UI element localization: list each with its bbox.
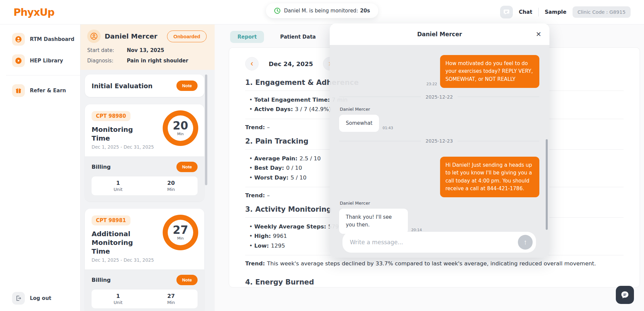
chat-button[interactable]: Chat	[519, 9, 532, 15]
message-time: 20:14	[411, 228, 422, 232]
monitoring-status-pill: Daniel M. is being monitored: 20s	[266, 3, 378, 18]
clinic-code-badge: Clinic Code : G8915	[573, 6, 631, 18]
ring-value: 27	[173, 224, 188, 236]
patient-header: Daniel Mercer Onboarded Start date: Nov …	[80, 24, 215, 70]
cpt-card-98981: CPT 98981 Additional Monitoring Time Dec…	[85, 209, 204, 311]
progress-ring: 20 Min	[163, 110, 198, 146]
diagnosis-value: Pain in right shoulder	[127, 58, 188, 64]
chat-modal-header: Daniel Mercer ✕	[330, 23, 549, 45]
billing-min-label: Min	[145, 187, 198, 192]
billing-min-value: 27	[145, 293, 198, 299]
sample-button[interactable]: Sample	[545, 9, 567, 15]
billing-values: 1 Unit 27 Min	[92, 290, 198, 308]
incoming-message: Daniel Mercer Thank you! I'll see you th…	[339, 200, 539, 234]
billing-note-button[interactable]: Note	[176, 162, 198, 172]
app-logo[interactable]: PhyxUp	[13, 6, 54, 18]
support-chat-widget[interactable]	[616, 286, 634, 304]
prev-date-button[interactable]: ‹	[245, 57, 259, 70]
start-date-label: Start date:	[87, 47, 127, 53]
sidebar-item-label: RTM Dashboard	[30, 36, 74, 42]
patient-avatar	[87, 30, 101, 43]
top-header: PhyxUp Daniel M. is being monitored: 20s…	[0, 0, 644, 24]
send-button[interactable]: ↑	[518, 235, 533, 250]
hep-library-icon	[12, 54, 25, 67]
ring-unit: Min	[177, 132, 184, 136]
billing-min-label: Min	[145, 300, 198, 305]
sidebar-item-refer-earn[interactable]: Refer & Earn	[12, 84, 80, 97]
initial-evaluation-title: Initial Evaluation	[92, 82, 153, 90]
billing-values: 1 Unit 20 Min	[92, 176, 198, 195]
cpt-card-98980: CPT 98980 Monitoring Time Dec 1, 2025 - …	[85, 104, 204, 201]
header-actions: Chat Sample Clinic Code : G8915	[500, 6, 631, 18]
gift-icon	[12, 84, 25, 97]
monitor-time: 20s	[360, 8, 370, 14]
onboarded-status-badge[interactable]: Onboarded	[167, 31, 207, 42]
logout-icon	[12, 292, 25, 305]
outgoing-message: Hi Daniel! Just sending a heads up to le…	[437, 157, 539, 197]
section-title: 4. Energy Burned	[245, 278, 624, 286]
message-bubble: Hi Daniel! Just sending a heads up to le…	[440, 157, 539, 197]
close-icon[interactable]: ✕	[536, 30, 541, 38]
sidebar-item-hep-library[interactable]: HEP Library	[12, 54, 80, 67]
incoming-message: Daniel Mercer Somewhat 01:43	[339, 106, 539, 132]
billing-note-button[interactable]: Note	[176, 275, 198, 285]
patient-panel: Daniel Mercer Onboarded Start date: Nov …	[80, 24, 215, 311]
message-time: 01:43	[382, 126, 393, 130]
app-root: PhyxUp Daniel M. is being monitored: 20s…	[0, 0, 644, 311]
tab-report[interactable]: Report	[230, 31, 264, 43]
chat-widget-icon	[620, 290, 630, 300]
billing-unit-label: Unit	[92, 300, 145, 305]
billing-unit-value: 1	[92, 180, 145, 186]
sidebar-divider	[6, 75, 80, 75]
outgoing-message: 23:22 How motivated do you feel to do yo…	[426, 55, 539, 88]
sidebar-item-rtm-dashboard[interactable]: RTM Dashboard	[12, 33, 80, 46]
cpt-title: Monitoring Time	[92, 125, 152, 143]
logout-button[interactable]: Log out	[12, 292, 51, 305]
billing-section: Billing Note 1 Unit 20 Min	[85, 156, 204, 201]
billing-section: Billing Note 1 Unit 27 Min	[85, 269, 204, 311]
chat-input-bar: ↑	[342, 232, 536, 253]
date-divider: 2025-12-22	[339, 94, 539, 100]
ring-value: 20	[173, 120, 188, 131]
message-input[interactable]	[350, 239, 515, 246]
chat-modal: 23:22 How motivated do you feel to do yo…	[330, 23, 549, 258]
initial-evaluation-card: Initial Evaluation Note	[85, 74, 204, 97]
cpt-code-badge: CPT 98980	[92, 111, 130, 121]
billing-min-value: 20	[145, 180, 198, 186]
chat-message-area: 23:22 How motivated do you feel to do yo…	[330, 45, 549, 258]
date-divider: 2025-12-23	[339, 138, 539, 144]
message-sender: Daniel Mercer	[340, 107, 539, 112]
monitor-text: Daniel M. is being monitored:	[284, 8, 358, 14]
trend-row: Trend:This week's average steps declined…	[245, 260, 624, 267]
patient-name: Daniel Mercer	[105, 32, 157, 40]
report-date: Dec 24, 2025	[269, 60, 313, 67]
note-button[interactable]: Note	[176, 81, 198, 91]
progress-ring: 27 Min	[163, 215, 198, 250]
cpt-card-list: Initial Evaluation Note CPT 98980 Monito…	[85, 74, 204, 311]
sidebar-item-label: HEP Library	[30, 58, 63, 64]
ring-unit: Min	[177, 236, 184, 241]
billing-label: Billing	[92, 277, 111, 283]
diagnosis-label: Diagnosis:	[87, 58, 127, 64]
rtm-dashboard-icon	[12, 33, 25, 46]
clock-icon	[274, 7, 281, 14]
message-time: 23:22	[426, 82, 437, 86]
chat-bubble-icon[interactable]	[500, 6, 513, 18]
cpt-title: Additional Monitoring Time	[92, 229, 152, 256]
start-date-value: Nov 13, 2025	[127, 47, 164, 53]
patient-list-scrollbar[interactable]	[205, 74, 207, 185]
message-bubble: Somewhat	[339, 115, 379, 132]
report-section-energy: 4. Energy Burned	[245, 278, 624, 286]
billing-label: Billing	[92, 164, 111, 170]
sidebar-item-label: Refer & Earn	[30, 88, 66, 94]
billing-unit-value: 1	[92, 293, 145, 299]
message-bubble: Thank you! I'll see you then.	[339, 209, 408, 234]
chat-scrollbar[interactable]	[546, 139, 548, 230]
cpt-period: Dec 1, 2025 - Dec 31, 2025	[92, 257, 198, 263]
chat-modal-title: Daniel Mercer	[417, 31, 462, 38]
header-divider	[538, 8, 539, 16]
cpt-code-badge: CPT 98981	[92, 215, 130, 225]
message-bubble: How motivated do you feel to do your exe…	[440, 55, 539, 88]
billing-unit-label: Unit	[92, 187, 145, 192]
tab-patient-data[interactable]: Patient Data	[280, 31, 316, 43]
